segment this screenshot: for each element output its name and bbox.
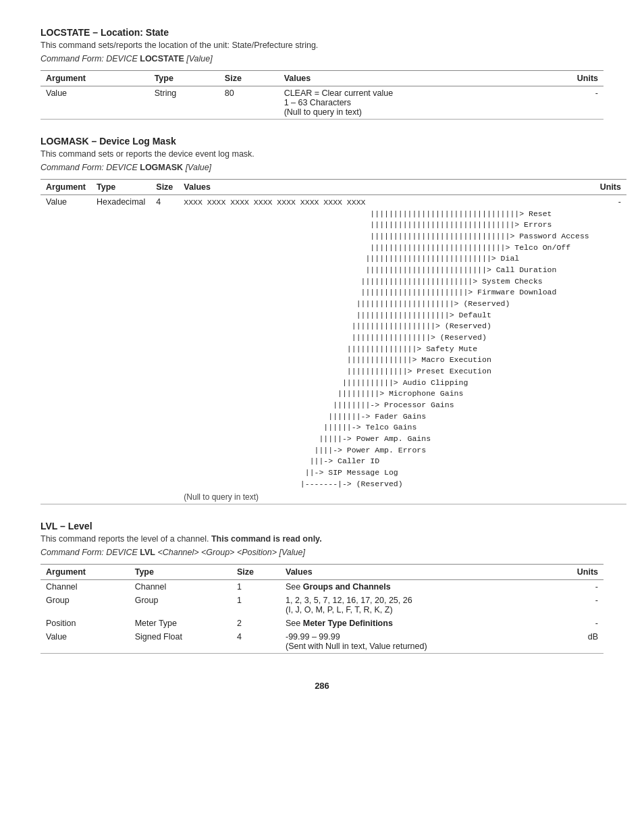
- locstate-command-form: Command Form: DEVICE LOCSTATE [Value]: [41, 54, 603, 63]
- lvl-col-argument: Argument: [41, 565, 130, 580]
- lvl-description: This command reports the level of a chan…: [41, 534, 603, 544]
- logmask-col-size: Size: [151, 180, 178, 195]
- locstate-col-argument: Argument: [41, 71, 149, 86]
- logmask-col-units: Units: [595, 180, 626, 195]
- locstate-type: String: [149, 86, 219, 120]
- logmask-cf-suffix: [Value]: [183, 163, 211, 172]
- lvl-channel-size: 1: [232, 580, 280, 594]
- lvl-channel-type: Channel: [130, 580, 232, 594]
- locstate-cf-suffix: [Value]: [184, 54, 213, 63]
- logmask-title: LOGMASK – Device Log Mask: [41, 136, 603, 147]
- logmask-arg: Value: [41, 195, 91, 504]
- logmask-size: 4: [151, 195, 178, 504]
- lvl-title-text: LVL: [41, 521, 57, 531]
- locstate-col-units: Units: [535, 71, 603, 86]
- lvl-position-values: See Meter Type Definitions: [280, 617, 547, 630]
- logmask-col-type: Type: [91, 180, 151, 195]
- locstate-values: CLEAR = Clear current value1 – 63 Charac…: [279, 86, 535, 120]
- lvl-position-units: -: [547, 617, 603, 630]
- lvl-position-type: Meter Type: [130, 617, 232, 630]
- logmask-units: -: [595, 195, 626, 504]
- logmask-col-values: Values: [178, 180, 594, 195]
- lvl-position-size: 2: [232, 617, 280, 630]
- lvl-cf-prefix: Command Form: DEVICE: [41, 548, 140, 557]
- lvl-channel-arg: Channel: [41, 580, 130, 594]
- lvl-table: Argument Type Size Values Units Channel …: [41, 564, 603, 654]
- locstate-col-values: Values: [279, 71, 535, 86]
- logmask-cf-cmd: LOGMASK: [140, 163, 183, 172]
- lvl-group-size: 1: [232, 594, 280, 617]
- lvl-channel-units: -: [547, 580, 603, 594]
- lvl-col-size: Size: [232, 565, 280, 580]
- lvl-group-units: -: [547, 594, 603, 617]
- lvl-col-type: Type: [130, 565, 232, 580]
- lvl-channel-values: See Groups and Channels: [280, 580, 547, 594]
- locstate-section: LOCSTATE – Location: State This command …: [41, 27, 603, 120]
- locstate-title: LOCSTATE – Location: State: [41, 27, 603, 38]
- lvl-group-values: 1, 2, 3, 5, 7, 12, 16, 17, 20, 25, 26(I,…: [280, 594, 547, 617]
- lvl-group-arg: Group: [41, 594, 130, 617]
- locstate-col-size: Size: [219, 71, 279, 86]
- lvl-row-position: Position Meter Type 2 See Meter Type Def…: [41, 617, 603, 630]
- lvl-value-values: -99.99 – 99.99(Sent with Null in text, V…: [280, 630, 547, 654]
- lvl-col-units: Units: [547, 565, 603, 580]
- locstate-cf-prefix: Command Form: DEVICE: [41, 54, 140, 63]
- lvl-row-group: Group Group 1 1, 2, 3, 5, 7, 12, 16, 17,…: [41, 594, 603, 617]
- lvl-title-suffix: – Level: [57, 521, 92, 531]
- page-number: 286: [41, 681, 603, 691]
- locstate-title-suffix: – Location: State: [90, 27, 169, 38]
- locstate-row-value: Value String 80 CLEAR = Clear current va…: [41, 86, 603, 120]
- lvl-position-arg: Position: [41, 617, 130, 630]
- locstate-arg: Value: [41, 86, 149, 120]
- logmask-bitmask: XXXX XXXX XXXX XXXX XXXX XXXX XXXX XXXX …: [184, 197, 589, 490]
- lvl-section: LVL – Level This command reports the lev…: [41, 521, 603, 654]
- logmask-title-text: LOGMASK: [41, 136, 89, 147]
- lvl-title: LVL – Level: [41, 521, 603, 531]
- lvl-value-size: 4: [232, 630, 280, 654]
- lvl-col-values: Values: [280, 565, 547, 580]
- lvl-desc-bold: This command is read only.: [211, 534, 322, 544]
- logmask-table: Argument Type Size Values Units Value He…: [41, 179, 626, 504]
- logmask-row-value: Value Hexadecimal 4 XXXX XXXX XXXX XXXX …: [41, 195, 626, 504]
- logmask-null-note: (Null to query in text): [184, 492, 589, 502]
- locstate-size: 80: [219, 86, 279, 120]
- lvl-group-type: Group: [130, 594, 232, 617]
- lvl-value-arg: Value: [41, 630, 130, 654]
- logmask-description: This command sets or reports the device …: [41, 149, 603, 159]
- lvl-cf-cmd: LVL: [140, 548, 155, 557]
- logmask-cf-prefix: Command Form: DEVICE: [41, 163, 140, 172]
- locstate-cf-cmd: LOCSTATE: [140, 54, 184, 63]
- locstate-title-text: LOCSTATE: [41, 27, 90, 38]
- lvl-row-channel: Channel Channel 1 See Groups and Channel…: [41, 580, 603, 594]
- locstate-col-type: Type: [149, 71, 219, 86]
- logmask-col-argument: Argument: [41, 180, 91, 195]
- logmask-command-form: Command Form: DEVICE LOGMASK [Value]: [41, 163, 603, 172]
- logmask-type: Hexadecimal: [91, 195, 151, 504]
- lvl-value-type: Signed Float: [130, 630, 232, 654]
- locstate-units: -: [535, 86, 603, 120]
- lvl-cf-suffix: <Channel> <Group> <Position> [Value]: [155, 548, 305, 557]
- locstate-description: This command sets/reports the location o…: [41, 41, 603, 50]
- lvl-value-units: dB: [547, 630, 603, 654]
- lvl-command-form: Command Form: DEVICE LVL <Channel> <Grou…: [41, 548, 603, 557]
- logmask-title-suffix: – Device Log Mask: [89, 136, 176, 147]
- logmask-values: XXXX XXXX XXXX XXXX XXXX XXXX XXXX XXXX …: [178, 195, 594, 504]
- lvl-row-value: Value Signed Float 4 -99.99 – 99.99(Sent…: [41, 630, 603, 654]
- lvl-desc-normal: This command reports the level of a chan…: [41, 534, 211, 544]
- locstate-table: Argument Type Size Values Units Value St…: [41, 70, 603, 120]
- logmask-section: LOGMASK – Device Log Mask This command s…: [41, 136, 603, 504]
